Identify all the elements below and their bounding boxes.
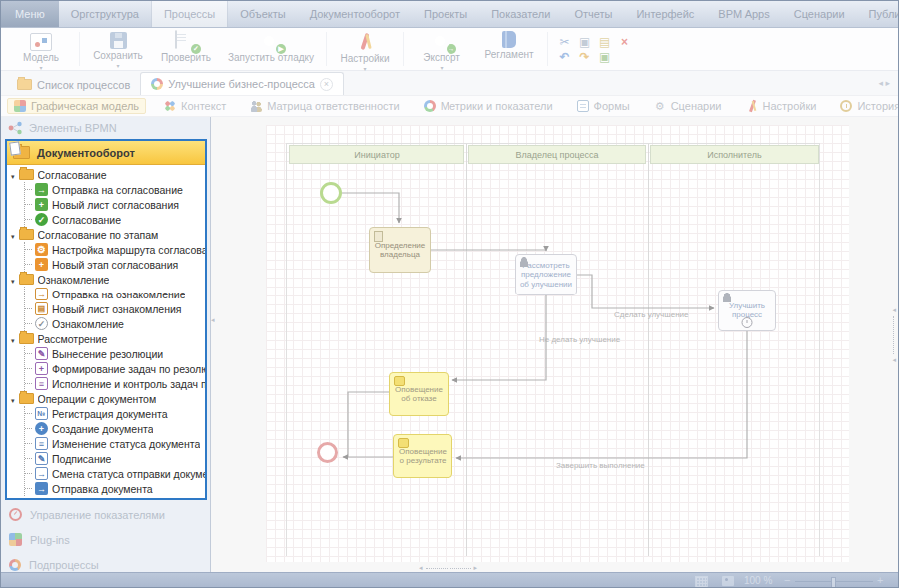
task-define-owner[interactable]: Определение владельца: [369, 227, 431, 273]
view-scenarios[interactable]: ⚙ Сценарии: [648, 99, 728, 113]
view-context[interactable]: Контекст: [158, 99, 232, 113]
tree-root-docflow[interactable]: Документооборот: [7, 141, 205, 165]
tree-item-create-document[interactable]: Создание документа: [25, 421, 205, 436]
paste-icon[interactable]: ▤: [598, 36, 611, 48]
tree-group-approval[interactable]: Согласование: [7, 167, 205, 182]
folder-icon: [19, 393, 34, 404]
copy-icon[interactable]: ▣: [578, 36, 591, 48]
app-window: Меню Оргструктура Процессы Объекты Докум…: [0, 0, 899, 588]
lane-initiator[interactable]: Инициатор: [289, 145, 464, 164]
menu-docflow[interactable]: Документооборот: [298, 1, 412, 27]
tree-item-route-setup[interactable]: Настройка маршрута согласования: [25, 242, 205, 257]
end-event[interactable]: [317, 442, 338, 463]
section-indicator-management[interactable]: Управление показателями: [1, 502, 210, 527]
menu-indicators[interactable]: Показатели: [479, 1, 562, 27]
view-metrics[interactable]: Метрики и показатели: [418, 99, 559, 113]
view-graphic-model[interactable]: Графическая модель: [7, 98, 146, 114]
collapse-arrow-icon: [11, 274, 15, 286]
horizontal-mini-scrollbar[interactable]: ◂ ▸: [419, 564, 477, 572]
bpmn-tree: Согласование Отправка на согласование Но…: [7, 165, 205, 496]
task-notify-result[interactable]: Оповещение о результате: [393, 434, 452, 478]
menu-publication[interactable]: Публикация: [857, 1, 899, 27]
task-notify-rejection[interactable]: Оповещение об отказе: [389, 372, 449, 416]
view-forms[interactable]: Формы: [571, 99, 636, 113]
menu-projects[interactable]: Проекты: [412, 1, 479, 27]
delete-icon[interactable]: ×: [618, 36, 631, 48]
zoom-slider-handle[interactable]: [831, 577, 836, 588]
left-splitter-arrow[interactable]: ◂: [211, 316, 215, 324]
tree-item-approval[interactable]: Согласование: [25, 212, 205, 227]
reglament-button[interactable]: Регламент: [475, 28, 543, 70]
tree-item-change-status[interactable]: Изменение статуса документа: [25, 436, 205, 451]
export-button[interactable]: → Экспорт: [408, 28, 475, 70]
tree-item-new-stage[interactable]: Новый этап согласования: [25, 257, 205, 272]
collapse-arrow-icon: [11, 333, 15, 345]
tree-group-staged-approval[interactable]: Согласование по этапам: [7, 227, 205, 242]
tree-item-new-approval-sheet[interactable]: Новый лист согласования: [25, 197, 205, 212]
task-improve-process[interactable]: Улучшить процесс: [718, 290, 776, 331]
edit-icons-group: ✂ ▣ ▤ × ↶ ↷ ▣: [552, 28, 637, 70]
tree-item-signing[interactable]: Подписание: [25, 451, 205, 466]
menu-button[interactable]: Меню: [1, 1, 59, 27]
tab-process-improvement[interactable]: Улучшение бизнес-процесса ×: [140, 72, 344, 95]
paste-special-icon[interactable]: ▣: [598, 51, 611, 63]
collapse-right-icon: ◂: [892, 306, 896, 314]
tree-item-send-document[interactable]: Отправка документа: [25, 481, 205, 496]
start-event[interactable]: [320, 182, 342, 204]
bpmn-elements-header[interactable]: Элементы BPMN: [1, 117, 210, 139]
undo-icon[interactable]: ↶: [558, 51, 571, 63]
settings-button[interactable]: Настройки: [331, 28, 399, 70]
tree-group-document-operations[interactable]: Операции с документом: [7, 391, 205, 406]
tree-item-resolution-control[interactable]: Исполнение и контроль задач по резолюции: [25, 376, 205, 391]
save-button[interactable]: Сохранить: [84, 28, 152, 70]
view-settings[interactable]: Настройки: [740, 99, 823, 113]
tree-item-acquaintance[interactable]: Ознакомление: [25, 316, 205, 331]
tab-process-list[interactable]: Список процессов: [7, 74, 140, 95]
view-version-history[interactable]: История версий: [834, 99, 899, 113]
tree-group-review[interactable]: Рассмотрение: [7, 331, 205, 346]
right-splitter[interactable]: ◂ ◂: [892, 306, 896, 364]
menu-scenarios[interactable]: Сценарии: [782, 1, 857, 27]
bpmn-elements-panel: Документооборот Согласование Отправка на…: [5, 139, 207, 500]
redo-icon[interactable]: ↷: [578, 51, 591, 63]
save-icon: [110, 32, 127, 49]
route-gear-icon: [35, 243, 48, 256]
lane-process-owner[interactable]: Владелец процесса: [468, 145, 646, 164]
menu-processes[interactable]: Процессы: [151, 1, 228, 27]
menu-orgstructure[interactable]: Оргструктура: [59, 1, 151, 27]
menu-interface[interactable]: Интерфейс: [624, 1, 706, 27]
view-responsibility-matrix[interactable]: Матрица ответственности: [244, 99, 406, 113]
tree-item-send-acquaintance[interactable]: Отправка на ознакомление: [25, 287, 205, 301]
tree-item-new-acquaintance-sheet[interactable]: Новый лист ознакомления: [25, 301, 205, 316]
close-tab-icon[interactable]: ×: [320, 78, 333, 91]
tab-scroll-arrows[interactable]: ◂ ▸: [878, 78, 898, 88]
edge-label-dont-improve: Не делать улучшение: [539, 335, 620, 344]
tree-item-resolution[interactable]: Вынесение резолюции: [25, 346, 205, 361]
cut-icon[interactable]: ✂: [558, 36, 571, 48]
lane-executor[interactable]: Исполнитель: [650, 145, 819, 164]
diagram-canvas[interactable]: Инициатор Владелец процесса Исполнитель: [211, 117, 899, 572]
tree-item-resolution-tasks[interactable]: Формирование задач по резолюции: [25, 361, 205, 376]
task-review-proposal[interactable]: Рассмотреть предложение об улучшении: [515, 254, 577, 295]
image-export-icon[interactable]: [722, 576, 734, 586]
gauge-icon: [9, 508, 22, 521]
zoom-out-button[interactable]: −: [784, 574, 790, 586]
message-icon: [394, 376, 405, 386]
section-plugins[interactable]: Plug-ins: [1, 527, 210, 552]
tree-item-send-approval[interactable]: Отправка на согласование: [25, 182, 205, 197]
collapse-right-icon: ◂: [892, 356, 896, 364]
menu-reports[interactable]: Отчеты: [562, 1, 624, 27]
context-icon: [164, 100, 176, 112]
bpmn-pool: Инициатор Владелец процесса Исполнитель: [286, 143, 820, 556]
zoom-in-button[interactable]: +: [877, 574, 883, 586]
tree-group-acquaintance[interactable]: Ознакомление: [7, 272, 205, 287]
tree-item-change-send-status[interactable]: Смена статуса отправки документа: [25, 466, 205, 481]
tree-item-register-document[interactable]: Регистрация документа: [25, 406, 205, 421]
run-debug-button[interactable]: ▶ Запустить отладку: [220, 28, 322, 70]
model-button[interactable]: Модель: [7, 28, 75, 70]
edge-label-finish: Завершить выполнение: [556, 461, 645, 470]
menu-bpm-apps[interactable]: BPM Apps: [706, 1, 781, 27]
grid-toggle-icon[interactable]: [695, 576, 708, 588]
menu-objects[interactable]: Объекты: [228, 1, 297, 27]
verify-button[interactable]: ✓ Проверить: [152, 28, 220, 70]
